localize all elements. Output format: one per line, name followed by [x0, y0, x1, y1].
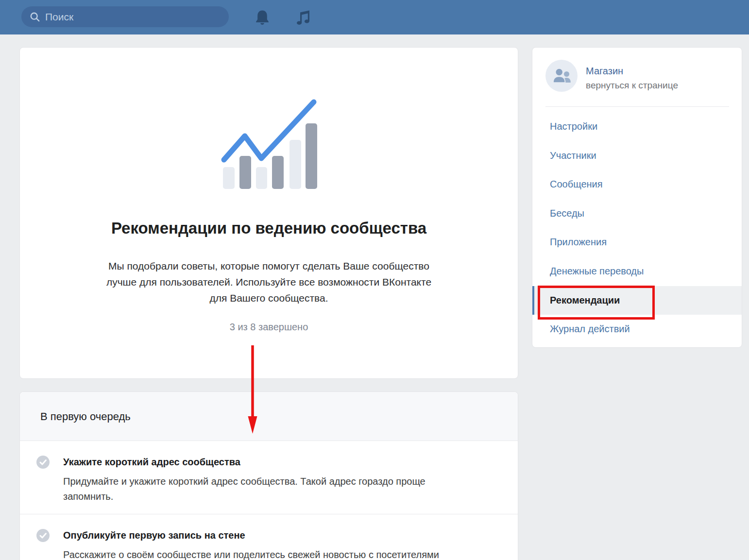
community-name-link[interactable]: Магазин	[586, 66, 623, 77]
bell-icon	[254, 9, 271, 26]
task-description: Расскажите о своём сообществе или подели…	[63, 547, 439, 560]
check-icon	[36, 456, 50, 469]
progress-status: 3 из 8 завершено	[20, 322, 518, 333]
sidebar: Магазин вернуться к странице Настройки У…	[532, 47, 742, 348]
back-to-page-link[interactable]: вернуться к странице	[586, 80, 678, 91]
music-icon	[294, 9, 312, 26]
notifications-button[interactable]	[251, 6, 273, 29]
sidebar-item-apps[interactable]: Приложения	[532, 228, 742, 256]
section-header: В первую очередь	[20, 392, 518, 441]
search-field[interactable]	[21, 6, 229, 27]
sidebar-item-money-transfers[interactable]: Денежные переводы	[532, 257, 742, 286]
vk-community-recommendations-page: { "topbar": { "search_placeholder": "Пои…	[0, 0, 749, 560]
divider	[545, 106, 729, 107]
sidebar-item-members[interactable]: Участники	[532, 141, 742, 170]
sidebar-item-chats[interactable]: Беседы	[532, 199, 742, 228]
sidebar-item-action-log[interactable]: Журнал действий	[532, 315, 742, 343]
description-line: Мы подобрали советы, которые помогут сде…	[20, 258, 518, 274]
sidebar-item-messages[interactable]: Сообщения	[532, 170, 742, 199]
music-button[interactable]	[292, 6, 314, 29]
task-description: Придумайте и укажите короткий адрес сооб…	[63, 474, 426, 504]
description-line: лучше для пользователей. Используйте все…	[20, 274, 518, 290]
search-icon	[30, 12, 40, 22]
section-title: В первую очередь	[40, 410, 131, 423]
first-priority-card: В первую очередь Укажите короткий адрес …	[19, 391, 518, 560]
search-input[interactable]	[45, 8, 229, 26]
task-title: Укажите короткий адрес сообщества	[63, 457, 240, 468]
recommendations-card: Рекомендации по ведению сообщества Мы по…	[19, 47, 518, 379]
community-avatar[interactable]	[545, 60, 578, 92]
page-description: Мы подобрали советы, которые помогут сде…	[20, 258, 518, 306]
check-icon	[36, 529, 50, 542]
page-title: Рекомендации по ведению сообщества	[20, 219, 518, 238]
growth-chart-illustration	[219, 94, 321, 196]
description-line: для Вашего сообщества.	[20, 290, 518, 306]
active-item-indicator	[532, 286, 534, 315]
sidebar-item-recommendations[interactable]: Рекомендации	[532, 286, 742, 315]
community-avatar-icon	[548, 62, 575, 89]
sidebar-item-settings[interactable]: Настройки	[532, 112, 742, 141]
task-title: Опубликуйте первую запись на стене	[63, 530, 245, 541]
topbar	[0, 0, 749, 34]
task-item-short-address[interactable]: Укажите короткий адрес сообщества Придум…	[20, 441, 518, 514]
task-item-first-post[interactable]: Опубликуйте первую запись на стене Расск…	[20, 514, 518, 560]
